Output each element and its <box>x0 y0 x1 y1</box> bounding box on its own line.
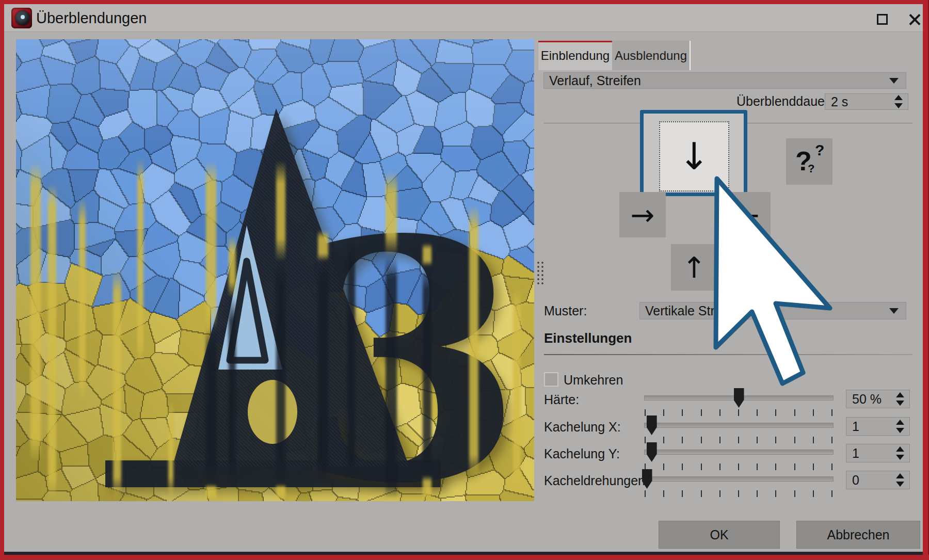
app-icon <box>11 8 32 28</box>
tab-ausblendung[interactable]: Ausblendung <box>612 41 691 70</box>
umkehren-checkbox[interactable] <box>544 372 558 387</box>
transitions-dialog: Überblendungen Einblendung Ausblendung V… <box>0 0 929 560</box>
haerte-label: Härte: <box>544 392 579 407</box>
kachelung-y-label: Kachelung Y: <box>544 446 620 461</box>
duration-value: 2 s <box>831 94 848 109</box>
kachelung-x-label: Kachelung X: <box>544 420 621 435</box>
settings-divider <box>544 354 912 355</box>
duration-spinner[interactable] <box>893 94 903 109</box>
direction-up-button[interactable]: ↑ <box>671 244 717 291</box>
right-arrow-icon: → <box>631 198 655 232</box>
direction-down-button-selected[interactable]: ↓ <box>640 110 747 196</box>
haerte-ticks <box>645 409 832 416</box>
kacheldrehungen-slider-track[interactable] <box>644 476 834 482</box>
spin-down-icon <box>894 103 903 108</box>
title-bar[interactable]: Überblendungen <box>4 4 923 32</box>
kacheldrehungen-field[interactable]: 0 <box>846 471 910 489</box>
chevron-down-icon <box>889 308 899 314</box>
kachelung-y-ticks <box>645 463 832 470</box>
kacheldrehungen-label: Kacheldrehungen: <box>544 473 649 488</box>
direction-random-button[interactable]: ? ? ? <box>786 138 832 185</box>
left-arrow-icon: ← <box>735 198 760 232</box>
kachelung-x-slider-handle[interactable] <box>647 415 657 435</box>
kachelung-y-slider-handle[interactable] <box>647 442 657 462</box>
ok-button[interactable]: OK <box>659 521 780 549</box>
splitter-grip[interactable] <box>536 261 544 284</box>
umkehren-label: Umkehren <box>564 373 623 388</box>
kachelung-x-slider-track[interactable] <box>644 423 834 428</box>
window-title: Überblendungen <box>36 4 147 32</box>
transition-type-value: Verlauf, Streifen <box>549 73 641 88</box>
settings-header: Einstellungen <box>544 330 632 346</box>
kacheldrehungen-ticks <box>645 490 832 497</box>
kachelung-y-field[interactable]: 1 <box>846 444 910 462</box>
preview-canvas <box>16 39 534 501</box>
chevron-down-icon <box>889 78 899 84</box>
haerte-slider-handle[interactable] <box>734 388 744 408</box>
cancel-button[interactable]: Abbrechen <box>796 521 920 549</box>
up-arrow-icon: ↑ <box>682 251 707 284</box>
duration-label: Überblenddauer: <box>736 94 821 109</box>
maximize-button[interactable] <box>871 10 894 29</box>
kachelung-y-slider-track[interactable] <box>644 450 834 455</box>
lens-glint <box>21 15 25 19</box>
muster-label: Muster: <box>544 303 587 318</box>
maximize-icon <box>877 14 888 25</box>
haerte-field[interactable]: 50 % <box>846 390 910 408</box>
direction-left-button[interactable]: ← <box>724 192 771 237</box>
muster-dropdown[interactable]: Vertikale Streifen <box>639 302 906 319</box>
spin-up-icon <box>894 95 903 100</box>
down-arrow-icon: ↓ <box>659 121 729 191</box>
muster-value: Vertikale Streifen <box>645 302 743 319</box>
kachelung-x-field[interactable]: 1 <box>846 417 910 436</box>
tab-einblendung[interactable]: Einblendung <box>538 41 612 70</box>
direction-right-button[interactable]: → <box>619 192 666 237</box>
kachelung-x-ticks <box>645 437 832 443</box>
transition-type-dropdown[interactable]: Verlauf, Streifen <box>543 72 906 89</box>
duration-field[interactable]: 2 s <box>825 93 908 110</box>
